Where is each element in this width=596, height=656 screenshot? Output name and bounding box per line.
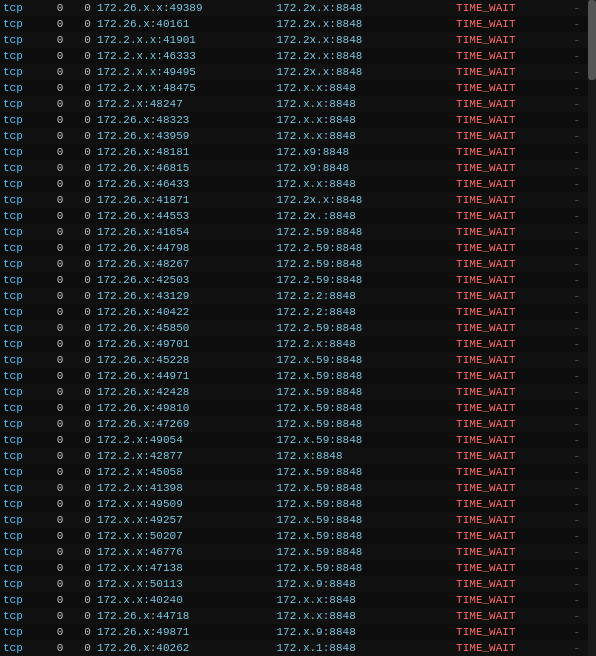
local-addr-cell: 172.2.x.x:48475 [94,80,274,96]
recv-cell: 0 [39,0,67,16]
dash-cell: - [571,384,588,400]
proto-cell: tcp [0,128,39,144]
recv-cell: 0 [39,512,67,528]
dash-cell: - [571,256,588,272]
proto-cell: tcp [0,160,39,176]
remote-addr-cell: 172.2.59:8848 [274,272,454,288]
recv-cell: 0 [39,624,67,640]
dash-cell: - [571,416,588,432]
remote-addr-cell: 172.2x.x:8848 [274,0,454,16]
state-cell: TIME_WAIT [453,448,570,464]
proto-cell: tcp [0,624,39,640]
table-row: tcp 0 0 172.26.x:42428 172.x.59:8848 TIM… [0,384,588,400]
send-cell: 0 [66,64,94,80]
recv-cell: 0 [39,544,67,560]
remote-addr-cell: 172.x.59:8848 [274,528,454,544]
table-row: tcp 0 0 172.x.x:46776 172.x.59:8848 TIME… [0,544,588,560]
state-cell: TIME_WAIT [453,384,570,400]
recv-cell: 0 [39,96,67,112]
local-addr-cell: 172.26.x:42503 [94,272,274,288]
state-cell: TIME_WAIT [453,16,570,32]
proto-cell: tcp [0,384,39,400]
table-row: tcp 0 0 172.x.x:49509 172.x.59:8848 TIME… [0,496,588,512]
send-cell: 0 [66,272,94,288]
proto-cell: tcp [0,496,39,512]
state-cell: TIME_WAIT [453,128,570,144]
remote-addr-cell: 172.2x.x:8848 [274,192,454,208]
state-cell: TIME_WAIT [453,640,570,656]
recv-cell: 0 [39,416,67,432]
send-cell: 0 [66,592,94,608]
proto-cell: tcp [0,560,39,576]
vertical-scrollbar[interactable] [588,0,596,656]
proto-cell: tcp [0,288,39,304]
remote-addr-cell: 172.x.x:8848 [274,176,454,192]
table-row: tcp 0 0 172.26.x:40262 172.x.1:8848 TIME… [0,640,588,656]
recv-cell: 0 [39,208,67,224]
table-row: tcp 0 0 172.2.x.x:49495 172.2x.x:8848 TI… [0,64,588,80]
local-addr-cell: 172.x.x:50207 [94,528,274,544]
proto-cell: tcp [0,464,39,480]
proto-cell: tcp [0,512,39,528]
remote-addr-cell: 172.x.59:8848 [274,464,454,480]
proto-cell: tcp [0,32,39,48]
recv-cell: 0 [39,48,67,64]
local-addr-cell: 172.2.x.x:49495 [94,64,274,80]
recv-cell: 0 [39,480,67,496]
remote-addr-cell: 172.x.1:8848 [274,640,454,656]
send-cell: 0 [66,624,94,640]
dash-cell: - [571,480,588,496]
recv-cell: 0 [39,608,67,624]
dash-cell: - [571,432,588,448]
local-addr-cell: 172.26.x:45850 [94,320,274,336]
dash-cell: - [571,448,588,464]
local-addr-cell: 172.x.x:47138 [94,560,274,576]
dash-cell: - [571,592,588,608]
remote-addr-cell: 172.x.x:8848 [274,112,454,128]
table-row: tcp 0 0 172.26.x.x:49389 172.2x.x:8848 T… [0,0,588,16]
recv-cell: 0 [39,432,67,448]
local-addr-cell: 172.26.x:49701 [94,336,274,352]
local-addr-cell: 172.x.x:46776 [94,544,274,560]
remote-addr-cell: 172.x.x:8848 [274,128,454,144]
send-cell: 0 [66,384,94,400]
send-cell: 0 [66,208,94,224]
remote-addr-cell: 172.x.59:8848 [274,512,454,528]
send-cell: 0 [66,288,94,304]
local-addr-cell: 172.26.x:49810 [94,400,274,416]
dash-cell: - [571,368,588,384]
send-cell: 0 [66,336,94,352]
send-cell: 0 [66,192,94,208]
dash-cell: - [571,224,588,240]
remote-addr-cell: 172.2.59:8848 [274,224,454,240]
send-cell: 0 [66,368,94,384]
local-addr-cell: 172.26.x:40161 [94,16,274,32]
state-cell: TIME_WAIT [453,528,570,544]
recv-cell: 0 [39,368,67,384]
local-addr-cell: 172.2.x:42877 [94,448,274,464]
dash-cell: - [571,320,588,336]
remote-addr-cell: 172.x.x:8848 [274,608,454,624]
local-addr-cell: 172.26.x:46815 [94,160,274,176]
remote-addr-cell: 172.x.59:8848 [274,496,454,512]
state-cell: TIME_WAIT [453,544,570,560]
proto-cell: tcp [0,112,39,128]
local-addr-cell: 172.26.x:41871 [94,192,274,208]
proto-cell: tcp [0,96,39,112]
proto-cell: tcp [0,528,39,544]
proto-cell: tcp [0,256,39,272]
dash-cell: - [571,496,588,512]
state-cell: TIME_WAIT [453,64,570,80]
send-cell: 0 [66,464,94,480]
state-cell: TIME_WAIT [453,352,570,368]
send-cell: 0 [66,160,94,176]
recv-cell: 0 [39,192,67,208]
local-addr-cell: 172.x.x:49509 [94,496,274,512]
dash-cell: - [571,32,588,48]
send-cell: 0 [66,240,94,256]
scrollbar-thumb[interactable] [588,0,596,80]
table-row: tcp 0 0 172.26.x:41871 172.2x.x:8848 TIM… [0,192,588,208]
local-addr-cell: 172.2.x:48247 [94,96,274,112]
send-cell: 0 [66,352,94,368]
state-cell: TIME_WAIT [453,512,570,528]
